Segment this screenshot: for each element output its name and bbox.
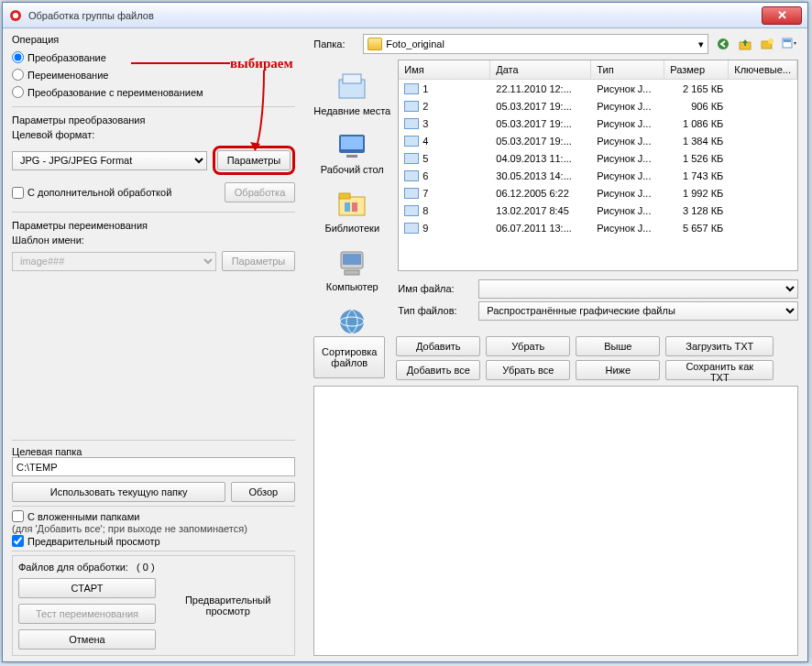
nav-desktop[interactable]: Рабочий стол <box>321 129 384 175</box>
save-txt-button[interactable]: Сохранить как TXT <box>665 360 774 380</box>
template-label: Шаблон имени: <box>12 235 295 246</box>
col-type[interactable]: Тип <box>591 60 664 79</box>
extra-processing-check[interactable]: С дополнительной обработкой <box>12 187 219 199</box>
cancel-button[interactable]: Отмена <box>18 629 156 650</box>
operation-label: Операция <box>12 34 295 45</box>
file-row[interactable]: 906.07.2011 13:...Рисунок J...5 657 КБ <box>399 219 797 236</box>
svg-rect-14 <box>339 193 350 199</box>
svg-rect-7 <box>784 39 791 42</box>
view-menu-icon[interactable] <box>780 35 798 53</box>
target-folder-label: Целевая папка <box>12 446 295 457</box>
files-for-label: Файлов для обработки: <box>18 562 128 573</box>
subfolders-check[interactable]: С вложенными папками <box>12 510 295 522</box>
image-file-icon <box>404 153 419 164</box>
move-up-button[interactable]: Выше <box>576 336 660 356</box>
col-name[interactable]: Имя <box>399 60 490 79</box>
filetype-select[interactable]: Распространённые графические файлы <box>478 301 798 321</box>
app-icon <box>8 8 23 23</box>
svg-rect-9 <box>343 74 361 83</box>
file-row[interactable]: 630.05.2013 14:...Рисунок J...1 743 КБ <box>399 167 797 184</box>
image-file-icon <box>404 170 419 181</box>
image-file-icon <box>404 136 419 147</box>
file-row[interactable]: 122.11.2010 12:...Рисунок J...2 165 КБ <box>399 80 797 97</box>
image-file-icon <box>404 205 419 216</box>
folder-combo[interactable]: Foto_original ▾ <box>363 34 708 54</box>
chevron-down-icon: ▾ <box>698 38 704 50</box>
filename-input[interactable] <box>478 279 798 299</box>
subfolders-note: (для 'Добавить все'; при выходе не запом… <box>12 523 295 534</box>
up-folder-icon[interactable] <box>736 35 754 53</box>
places-bar: Недавние места Рабочий стол Библиотеки К… <box>313 60 390 329</box>
add-button[interactable]: Добавить <box>396 336 480 356</box>
remove-button[interactable]: Убрать <box>486 336 570 356</box>
image-file-icon <box>404 83 419 94</box>
queue-list[interactable] <box>313 386 798 657</box>
rename-params-label: Параметры переименования <box>12 220 295 231</box>
svg-rect-16 <box>352 202 357 212</box>
back-icon[interactable] <box>714 35 732 53</box>
sort-files-button[interactable]: Сортировка файлов <box>313 336 385 378</box>
use-current-folder-button[interactable]: Использовать текущую папку <box>12 482 225 502</box>
folder-icon <box>368 38 382 50</box>
start-button[interactable]: СТАРТ <box>18 578 156 598</box>
move-down-button[interactable]: Ниже <box>576 360 660 380</box>
svg-point-20 <box>340 310 364 333</box>
file-list-header[interactable]: Имя Дата Тип Размер Ключевые... <box>399 60 797 80</box>
file-row[interactable]: 813.02.2017 8:45Рисунок J...3 128 КБ <box>399 202 797 219</box>
nav-computer[interactable]: Компьютер <box>326 246 379 292</box>
processing-button: Обработка <box>225 182 295 202</box>
window-title: Обработка группы файлов <box>28 10 762 21</box>
svg-point-1 <box>13 13 18 18</box>
nav-recent[interactable]: Недавние места <box>313 71 390 116</box>
test-rename-button: Тест переименования <box>18 604 156 624</box>
remove-all-button[interactable]: Убрать все <box>486 360 570 380</box>
svg-point-2 <box>718 38 729 49</box>
file-row[interactable]: 305.03.2017 19:...Рисунок J...1 086 КБ <box>399 115 797 132</box>
file-row[interactable]: 504.09.2013 11:...Рисунок J...1 526 КБ <box>399 149 797 167</box>
add-all-button[interactable]: Добавить все <box>396 360 480 380</box>
load-txt-button[interactable]: Загрузить TXT <box>665 336 774 356</box>
rename-params-button: Параметры <box>222 251 296 271</box>
image-file-icon <box>404 118 419 129</box>
svg-rect-18 <box>343 254 361 265</box>
svg-rect-12 <box>346 155 357 158</box>
svg-rect-11 <box>341 136 363 149</box>
files-count: ( 0 ) <box>137 562 155 573</box>
right-panel: Папка: Foto_original ▾ Недавн <box>304 28 807 661</box>
svg-rect-15 <box>345 202 350 212</box>
preview-check[interactable]: Предварительный просмотр <box>12 535 295 547</box>
nav-network[interactable] <box>335 305 368 340</box>
col-date[interactable]: Дата <box>490 60 591 79</box>
target-folder-input[interactable] <box>12 457 295 476</box>
close-button[interactable]: ✕ <box>762 6 802 25</box>
name-template-select: image### <box>12 252 216 271</box>
image-file-icon <box>404 188 419 199</box>
image-file-icon <box>404 101 419 112</box>
file-row[interactable]: 706.12.2005 6:22Рисунок J...1 992 КБ <box>399 184 797 202</box>
run-box: Файлов для обработки: ( 0 ) СТАРТ Тест п… <box>12 555 295 656</box>
filename-label: Имя файла: <box>398 283 471 294</box>
filetype-label: Тип файлов: <box>398 305 471 316</box>
nav-libraries[interactable]: Библиотеки <box>324 188 379 234</box>
file-row[interactable]: 405.03.2017 19:...Рисунок J...1 384 КБ <box>399 132 797 149</box>
folder-label: Папка: <box>313 38 357 49</box>
svg-point-5 <box>768 38 774 44</box>
batch-dialog: Обработка группы файлов ✕ Операция Преоб… <box>2 2 808 662</box>
file-row[interactable]: 205.03.2017 19:...Рисунок J...906 КБ <box>399 97 797 115</box>
preview-caption: Предварительный просмотр <box>167 562 289 650</box>
file-list[interactable]: Имя Дата Тип Размер Ключевые... 122.11.2… <box>398 60 798 271</box>
annotation-arrow <box>122 56 278 166</box>
titlebar: Обработка группы файлов ✕ <box>3 3 807 28</box>
browse-folder-button[interactable]: Обзор <box>231 482 295 502</box>
image-file-icon <box>404 223 419 234</box>
col-size[interactable]: Размер <box>664 60 729 79</box>
col-keywords[interactable]: Ключевые... <box>729 60 797 79</box>
new-folder-icon[interactable] <box>758 35 776 53</box>
svg-rect-19 <box>345 270 359 275</box>
